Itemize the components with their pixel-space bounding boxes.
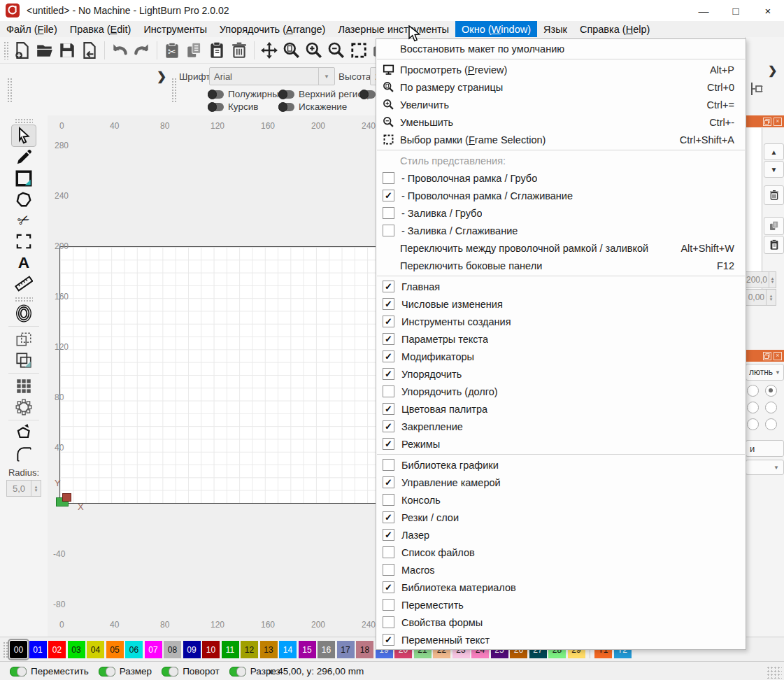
- coords-mode-select[interactable]: лютнь ▼: [746, 364, 784, 381]
- toolbar-grip[interactable]: [7, 78, 13, 103]
- menu-item--заливка-сглаживание[interactable]: - Заливка / Сглаживание: [376, 222, 746, 239]
- menu-checkbox[interactable]: ✓: [383, 476, 394, 488]
- color-swatch-05[interactable]: 05: [106, 641, 124, 658]
- zoom-out-icon[interactable]: [326, 40, 347, 61]
- fillet-icon[interactable]: [12, 444, 36, 465]
- resize-grip[interactable]: [767, 666, 782, 679]
- menubar-item-справка[interactable]: Справка (Help): [573, 21, 656, 37]
- menu-item-по-размеру-страницы[interactable]: По размеру страницыCtrl+0: [376, 78, 746, 96]
- menu-item-управление-камерой[interactable]: ✓Управление камерой: [376, 474, 746, 491]
- menu-checkbox[interactable]: ✓: [383, 316, 394, 327]
- origin-radio[interactable]: [747, 402, 759, 413]
- menu-checkbox[interactable]: ✓: [383, 190, 394, 201]
- layer-delete-button[interactable]: [764, 185, 784, 205]
- poly-rotate-icon[interactable]: [12, 423, 36, 444]
- toggle-italic[interactable]: Курсив: [208, 101, 258, 112]
- menu-checkbox[interactable]: ✓: [383, 350, 394, 362]
- menubar-item-упорядочить[interactable]: Упорядочить (Arrange): [213, 21, 332, 37]
- font-select[interactable]: Arial ▼: [209, 67, 335, 85]
- color-swatch-04[interactable]: 04: [87, 641, 104, 658]
- color-swatch-03[interactable]: 03: [68, 641, 85, 658]
- menu-item-резки-слои[interactable]: ✓Резки / слои: [376, 509, 746, 526]
- menu-item-переменный-текст[interactable]: ✓Переменный текст: [376, 631, 746, 649]
- pencil-icon[interactable]: [12, 147, 36, 168]
- toggle-bold[interactable]: Полужирный: [208, 89, 284, 99]
- menu-item-восстановить-макет-по-умолчани[interactable]: Восстановить макет по умолчанию: [376, 40, 746, 57]
- menu-checkbox[interactable]: [383, 599, 394, 611]
- polygon-tool-icon[interactable]: [12, 189, 36, 210]
- menu-item-консоль[interactable]: Консоль: [376, 491, 746, 509]
- close-panel-icon[interactable]: ×: [774, 118, 782, 126]
- menu-item--проволочная-рамка-сглаживание[interactable]: ✓- Проволочная рамка / Сглаживание: [376, 187, 746, 204]
- menu-item-переместить[interactable]: Переместить: [376, 596, 746, 614]
- paste-icon[interactable]: [206, 40, 227, 61]
- color-swatch-12[interactable]: 12: [241, 641, 258, 658]
- toggle-italic-switch-icon[interactable]: [208, 103, 224, 111]
- menu-item-параметры-текста[interactable]: ✓Параметры текста: [376, 330, 746, 348]
- panel-spin-200[interactable]: 200,0 ▴▾: [746, 271, 776, 288]
- spin1-arrows[interactable]: ▴▾: [769, 272, 776, 288]
- float-panel-icon-2[interactable]: [763, 352, 771, 360]
- menubar-item-лазерные[interactable]: Лазерные инструменты: [332, 21, 455, 37]
- status-toggle-switch-icon[interactable]: [99, 667, 115, 677]
- save-icon[interactable]: [57, 40, 78, 61]
- circular-array-icon[interactable]: [12, 397, 36, 418]
- status-toggle-switch-icon[interactable]: [10, 667, 27, 677]
- offset-icon[interactable]: [12, 303, 36, 324]
- toggle-distort-switch-icon[interactable]: [278, 103, 294, 111]
- menu-checkbox[interactable]: ✓: [383, 420, 394, 432]
- toggle-uppercase-switch-icon[interactable]: [278, 90, 294, 99]
- file-new-icon[interactable]: [12, 40, 33, 61]
- panel-spin-0[interactable]: 0,00 ▴▾: [746, 289, 776, 306]
- weld-icon[interactable]: [12, 329, 36, 350]
- menu-checkbox[interactable]: [383, 564, 394, 576]
- distribute-icon[interactable]: [748, 80, 765, 97]
- origin-radio[interactable]: [747, 418, 759, 430]
- menu-item-режимы[interactable]: ✓Режимы: [376, 435, 746, 453]
- menu-checkbox[interactable]: ✓: [383, 281, 394, 292]
- laser-panel-header[interactable]: ×: [746, 350, 784, 362]
- color-swatch-10[interactable]: 10: [202, 641, 220, 658]
- status-toggle-switch-icon[interactable]: [229, 667, 246, 677]
- menu-item-упорядочить-долго-[interactable]: Упорядочить (долго): [376, 383, 746, 400]
- menu-item-числовые-изменения[interactable]: ✓Числовые изменения: [376, 295, 746, 313]
- menu-checkbox[interactable]: [383, 207, 394, 219]
- status-toggle-переместить[interactable]: Переместить: [10, 666, 89, 677]
- menu-item-библиотека-материалов[interactable]: ✓Библиотека материалов: [376, 579, 746, 596]
- menu-checkbox[interactable]: [383, 172, 394, 184]
- menu-item-библиотека-графики[interactable]: Библиотека графики: [376, 456, 746, 474]
- menu-checkbox[interactable]: ✓: [383, 368, 394, 380]
- menu-item-упорядочить[interactable]: ✓Упорядочить: [376, 365, 746, 383]
- trash-icon[interactable]: [229, 40, 250, 61]
- color-swatch-09[interactable]: 09: [183, 641, 201, 658]
- palette-grip[interactable]: [3, 642, 8, 658]
- grid-array-icon[interactable]: [12, 376, 36, 397]
- rect-tool-icon[interactable]: [12, 168, 36, 189]
- menu-checkbox[interactable]: [383, 459, 394, 471]
- text-tool-icon[interactable]: A: [12, 252, 36, 273]
- toggle-cut-switch-icon[interactable]: [359, 90, 376, 99]
- menu-checkbox[interactable]: ✓: [383, 298, 394, 310]
- menu-item-увеличить[interactable]: УвеличитьCtrl+=: [376, 96, 746, 113]
- menu-checkbox[interactable]: ✓: [383, 581, 394, 593]
- menu-item-список-файлов[interactable]: Список файлов: [376, 544, 746, 561]
- color-swatch-11[interactable]: 11: [222, 641, 239, 658]
- menu-checkbox[interactable]: [383, 616, 394, 628]
- maximize-button[interactable]: □: [720, 0, 752, 21]
- layer-down-button[interactable]: ▼: [764, 161, 784, 178]
- layer-copy-button[interactable]: [764, 217, 784, 235]
- close-panel-icon-2[interactable]: ×: [774, 352, 782, 360]
- radius-spinner[interactable]: ▴▾: [31, 481, 41, 496]
- boolean-icon[interactable]: [12, 350, 36, 371]
- font-dropdown-arrow-icon[interactable]: ▼: [318, 68, 334, 85]
- float-panel-icon[interactable]: [763, 118, 771, 126]
- menu-item-лазер[interactable]: ✓Лазер: [376, 526, 746, 544]
- zoom-page-icon[interactable]: [281, 40, 302, 61]
- cuts-layers-panel-header[interactable]: ×: [746, 115, 784, 127]
- menu-item-инструменты-создания[interactable]: ✓Инструменты создания: [376, 313, 746, 330]
- color-swatch-01[interactable]: 01: [29, 641, 47, 658]
- close-button[interactable]: ×: [752, 0, 784, 21]
- toggle-uppercase[interactable]: Верхний регистр: [278, 89, 372, 99]
- menubar-item-правка[interactable]: Правка (Edit): [64, 21, 138, 37]
- menu-item-просмотреть-preview-[interactable]: Просмотреть (Preview)Alt+P: [376, 61, 746, 78]
